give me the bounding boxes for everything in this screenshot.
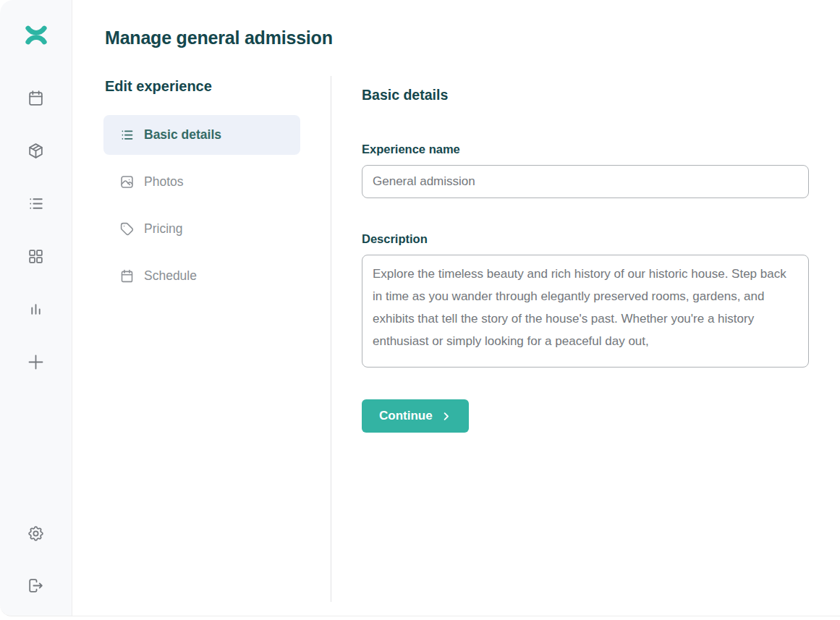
page-title: Manage general admission [105, 27, 333, 48]
basic-details-form: Basic details Experience name Descriptio… [362, 87, 809, 433]
plus-icon [26, 352, 46, 372]
nav-item-photos[interactable]: Photos [103, 162, 300, 202]
sidebar-item-products[interactable] [22, 141, 51, 160]
vertical-divider [331, 76, 331, 602]
list-icon [27, 195, 45, 213]
experience-name-label: Experience name [362, 143, 809, 156]
brand-logo-icon [25, 25, 48, 47]
sidebar-item-settings[interactable] [22, 524, 51, 543]
sidebar [0, 0, 72, 616]
sidebar-item-list[interactable] [22, 194, 51, 213]
sidebar-item-grid[interactable] [22, 247, 51, 266]
nav-item-schedule[interactable]: Schedule [103, 256, 300, 296]
gear-icon [27, 525, 45, 543]
photo-icon [119, 174, 135, 190]
calendar-icon [119, 268, 135, 284]
sidebar-bottom [22, 524, 51, 595]
edit-experience-panel: Edit experience Basic details [103, 78, 300, 296]
nav-item-label: Basic details [144, 127, 221, 143]
experience-name-input[interactable] [362, 165, 809, 198]
brand-logo[interactable] [20, 22, 52, 51]
app-window: Manage general admission Edit experience… [0, 0, 840, 616]
edit-experience-heading: Edit experience [105, 78, 300, 95]
description-textarea[interactable]: Explore the timeless beauty and rich his… [362, 255, 809, 368]
list-details-icon [119, 127, 135, 143]
form-heading: Basic details [362, 87, 809, 103]
logout-icon [27, 577, 45, 595]
continue-button[interactable]: Continue [362, 399, 469, 433]
sidebar-item-logout[interactable] [22, 576, 51, 595]
sidebar-item-calendar[interactable] [22, 88, 51, 107]
sidebar-item-add[interactable] [22, 352, 51, 371]
continue-button-label: Continue [379, 409, 433, 423]
sidebar-item-reports[interactable] [22, 300, 51, 318]
nav-item-label: Pricing [144, 221, 183, 237]
sidebar-nav [22, 88, 51, 371]
nav-item-label: Schedule [144, 268, 197, 284]
grid-icon [27, 247, 45, 266]
package-icon [27, 142, 45, 160]
calendar-icon [27, 89, 45, 107]
chevron-right-icon [441, 411, 451, 422]
edit-experience-nav: Basic details Photos [103, 115, 300, 296]
nav-item-pricing[interactable]: Pricing [103, 209, 300, 249]
nav-item-basic-details[interactable]: Basic details [103, 115, 300, 155]
tag-icon [119, 221, 135, 237]
description-label: Description [362, 232, 809, 246]
nav-item-label: Photos [144, 174, 183, 190]
bar-chart-icon [27, 300, 45, 318]
